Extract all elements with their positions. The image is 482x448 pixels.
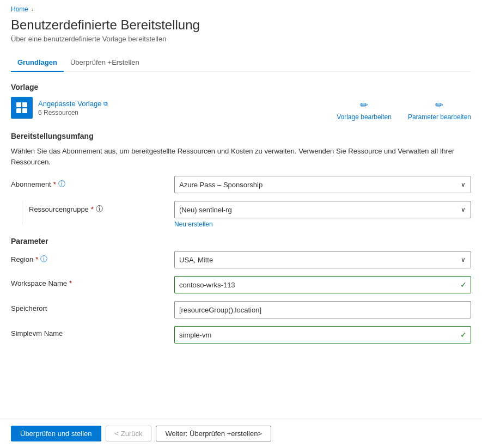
parameters-section: Parameter Region * ⓘ USA, Mitte [11,237,471,343]
breadcrumb-home[interactable]: Home [11,5,28,13]
subscription-label: Abonnement * ⓘ [11,176,169,189]
speicherort-label: Speicherort [11,301,169,312]
region-info-icon[interactable]: ⓘ [40,254,47,264]
workspace-name-input[interactable] [174,276,471,293]
svg-rect-2 [16,108,21,113]
vorlage-section: Vorlage Angepasste Vorlage [11,83,471,121]
simplevm-label: Simplevm Name [11,326,169,337]
svg-rect-0 [16,102,21,107]
region-select-wrapper: USA, Mitte [174,251,471,268]
template-icon [11,97,33,119]
pencil-icon: ✏ [360,99,368,111]
workspace-name-control: ✓ [174,276,471,293]
deployment-scope-section: Bereitstellungsumfang Wählen Sie das Abo… [11,132,471,228]
subscription-info-icon[interactable]: ⓘ [58,179,65,189]
workspace-name-input-wrapper: ✓ [174,276,471,293]
workspace-name-check-icon: ✓ [460,280,467,289]
resourcegroup-row: Ressourcengruppe * ⓘ (Neu) sentinel-rg N… [11,201,471,228]
subscription-select-wrapper: Azure Pass – Sponsorship [174,176,471,193]
submit-button[interactable]: Überprüfen und stellen [11,426,101,441]
svg-rect-1 [22,102,27,107]
template-actions: ✏ Vorlage bearbeiten ✏ Parameter bearbei… [337,97,471,121]
parameters-label: Parameter [11,237,471,246]
workspace-name-label: Workspace Name * [11,276,169,287]
grid-icon [15,101,28,114]
edit-template-button[interactable]: ✏ Vorlage bearbeiten [337,99,392,121]
indent-line [22,201,22,224]
simplevm-input-wrapper: ✓ [174,326,471,343]
speicherort-control [174,301,471,318]
breadcrumb: Home › [0,0,482,15]
speicherort-row: Speicherort [11,301,471,318]
simplevm-check-icon: ✓ [460,330,467,339]
pencil-icon-2: ✏ [435,99,443,111]
breadcrumb-separator: › [32,6,34,13]
template-name[interactable]: Angepasste Vorlage ⧉ [38,100,108,108]
template-details: Angepasste Vorlage ⧉ 6 Ressourcen [38,100,108,116]
main-content: Benutzerdefinierte Bereitstellung Über e… [0,15,482,419]
resourcegroup-select[interactable]: (Neu) sentinel-rg [174,201,471,218]
region-row: Region * ⓘ USA, Mitte [11,251,471,268]
region-select[interactable]: USA, Mitte [174,251,471,268]
next-button[interactable]: Weiter: Überprüfen +erstellen> [156,426,271,441]
external-link-icon[interactable]: ⧉ [103,100,108,107]
edit-params-button[interactable]: ✏ Parameter bearbeiten [408,99,471,121]
footer: Überprüfen und stellen < Zurück Weiter: … [0,419,482,448]
workspace-name-row: Workspace Name * ✓ [11,276,471,293]
vorlage-label: Vorlage [11,83,471,91]
template-resources: 6 Ressourcen [38,109,108,116]
page-wrapper: Home › Benutzerdefinierte Bereitstellung… [0,0,482,448]
tabs-bar: Grundlagen Überprüfen +Erstellen [11,54,471,72]
region-label: Region * ⓘ [11,251,169,264]
template-block: Angepasste Vorlage ⧉ 6 Ressourcen ✏ Vorl… [11,97,471,121]
subscription-select[interactable]: Azure Pass – Sponsorship [174,176,471,193]
tab-grundlagen[interactable]: Grundlagen [11,54,64,72]
simplevm-input[interactable] [174,326,471,343]
new-create-link[interactable]: Neu erstellen [174,220,471,228]
resourcegroup-select-wrapper: (Neu) sentinel-rg [174,201,471,218]
resourcegroup-label: Ressourcengruppe * ⓘ [29,201,103,214]
deployment-scope-label: Bereitstellungsumfang [11,132,471,140]
scope-description: Wählen Sie das Abonnement aus, um bereit… [11,146,471,167]
resourcegroup-info-icon[interactable]: ⓘ [96,204,103,214]
speicherort-input[interactable] [174,301,471,318]
page-title: Benutzerdefinierte Bereitstellung [11,17,471,33]
simplevm-row: Simplevm Name ✓ [11,326,471,343]
speicherort-input-wrapper [174,301,471,318]
indent-spacer: Ressourcengruppe * ⓘ [11,201,169,224]
subscription-row: Abonnement * ⓘ Azure Pass – Sponsorship [11,176,471,193]
subscription-control: Azure Pass – Sponsorship [174,176,471,193]
page-subtitle: Über eine benutzerdefinierte Vorlage ber… [11,35,471,43]
template-info: Angepasste Vorlage ⧉ 6 Ressourcen [11,97,108,119]
svg-rect-3 [22,108,27,113]
region-control: USA, Mitte [174,251,471,268]
tab-ueberpruefen[interactable]: Überprüfen +Erstellen [64,54,146,72]
simplevm-control: ✓ [174,326,471,343]
resourcegroup-control: (Neu) sentinel-rg Neu erstellen [174,201,471,228]
back-button[interactable]: < Zurück [106,426,152,441]
